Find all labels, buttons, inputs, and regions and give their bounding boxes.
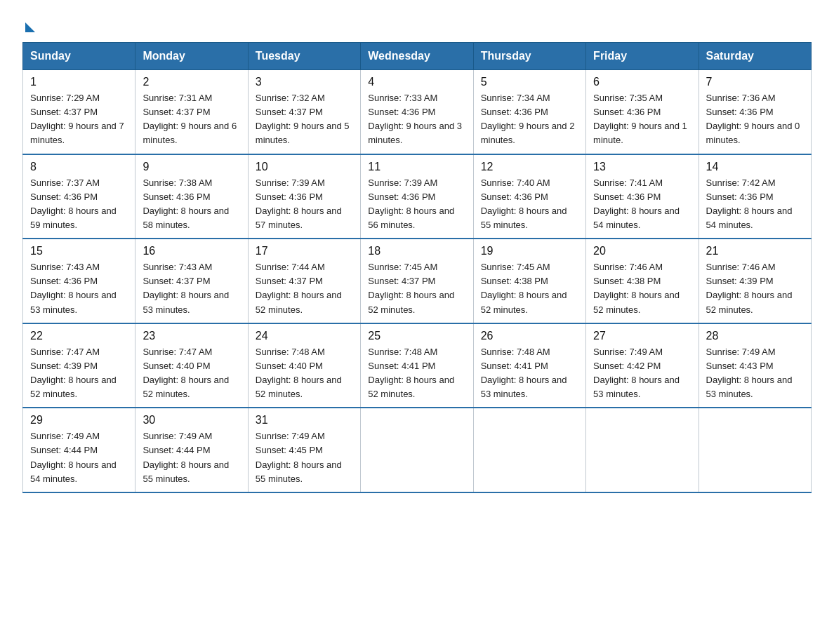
day-info: Sunrise: 7:41 AMSunset: 4:36 PMDaylight:… <box>593 176 691 233</box>
day-info: Sunrise: 7:37 AMSunset: 4:36 PMDaylight:… <box>30 176 128 233</box>
calendar-cell: 22 Sunrise: 7:47 AMSunset: 4:39 PMDaylig… <box>23 323 135 408</box>
day-number: 8 <box>30 161 128 173</box>
column-header-tuesday: Tuesday <box>248 43 360 70</box>
column-header-saturday: Saturday <box>699 43 811 70</box>
calendar-cell: 25 Sunrise: 7:48 AMSunset: 4:41 PMDaylig… <box>361 323 473 408</box>
day-info: Sunrise: 7:46 AMSunset: 4:38 PMDaylight:… <box>593 260 691 317</box>
calendar-header-row: SundayMondayTuesdayWednesdayThursdayFrid… <box>23 43 812 70</box>
calendar-cell: 28 Sunrise: 7:49 AMSunset: 4:43 PMDaylig… <box>699 323 811 408</box>
day-number: 12 <box>481 161 578 173</box>
day-info: Sunrise: 7:48 AMSunset: 4:40 PMDaylight:… <box>256 345 353 402</box>
logo <box>22 17 35 34</box>
calendar-cell: 1 Sunrise: 7:29 AMSunset: 4:37 PMDayligh… <box>23 70 135 154</box>
calendar-cell: 6 Sunrise: 7:35 AMSunset: 4:36 PMDayligh… <box>586 70 699 154</box>
calendar-table: SundayMondayTuesdayWednesdayThursdayFrid… <box>22 42 812 493</box>
day-info: Sunrise: 7:39 AMSunset: 4:36 PMDaylight:… <box>368 176 465 233</box>
day-info: Sunrise: 7:48 AMSunset: 4:41 PMDaylight:… <box>368 345 465 402</box>
day-number: 22 <box>30 330 128 342</box>
day-info: Sunrise: 7:33 AMSunset: 4:36 PMDaylight:… <box>368 91 465 148</box>
calendar-cell: 11 Sunrise: 7:39 AMSunset: 4:36 PMDaylig… <box>361 154 473 239</box>
day-number: 14 <box>706 161 804 173</box>
calendar-cell: 10 Sunrise: 7:39 AMSunset: 4:36 PMDaylig… <box>248 154 360 239</box>
calendar-cell: 3 Sunrise: 7:32 AMSunset: 4:37 PMDayligh… <box>248 70 360 154</box>
day-number: 13 <box>593 161 691 173</box>
day-info: Sunrise: 7:36 AMSunset: 4:36 PMDaylight:… <box>706 91 804 148</box>
calendar-cell: 2 Sunrise: 7:31 AMSunset: 4:37 PMDayligh… <box>135 70 248 154</box>
day-number: 23 <box>143 330 240 342</box>
day-info: Sunrise: 7:47 AMSunset: 4:39 PMDaylight:… <box>30 345 128 402</box>
day-number: 18 <box>368 245 465 257</box>
calendar-cell: 15 Sunrise: 7:43 AMSunset: 4:36 PMDaylig… <box>23 239 135 323</box>
day-info: Sunrise: 7:43 AMSunset: 4:37 PMDaylight:… <box>143 260 240 317</box>
day-number: 17 <box>256 245 353 257</box>
day-info: Sunrise: 7:49 AMSunset: 4:45 PMDaylight:… <box>256 429 353 486</box>
calendar-cell: 4 Sunrise: 7:33 AMSunset: 4:36 PMDayligh… <box>361 70 473 154</box>
day-info: Sunrise: 7:49 AMSunset: 4:44 PMDaylight:… <box>143 429 240 486</box>
day-info: Sunrise: 7:49 AMSunset: 4:44 PMDaylight:… <box>30 429 128 486</box>
day-number: 11 <box>368 161 465 173</box>
calendar-week-row: 15 Sunrise: 7:43 AMSunset: 4:36 PMDaylig… <box>23 239 812 323</box>
calendar-cell: 20 Sunrise: 7:46 AMSunset: 4:38 PMDaylig… <box>586 239 699 323</box>
calendar-cell: 8 Sunrise: 7:37 AMSunset: 4:36 PMDayligh… <box>23 154 135 239</box>
day-info: Sunrise: 7:48 AMSunset: 4:41 PMDaylight:… <box>481 345 578 402</box>
calendar-cell: 17 Sunrise: 7:44 AMSunset: 4:37 PMDaylig… <box>248 239 360 323</box>
calendar-cell: 12 Sunrise: 7:40 AMSunset: 4:36 PMDaylig… <box>473 154 585 239</box>
calendar-cell <box>586 408 699 492</box>
day-info: Sunrise: 7:29 AMSunset: 4:37 PMDaylight:… <box>30 91 128 148</box>
day-number: 15 <box>30 245 128 257</box>
calendar-week-row: 8 Sunrise: 7:37 AMSunset: 4:36 PMDayligh… <box>23 154 812 239</box>
column-header-monday: Monday <box>135 43 248 70</box>
day-info: Sunrise: 7:31 AMSunset: 4:37 PMDaylight:… <box>143 91 240 148</box>
column-header-wednesday: Wednesday <box>361 43 473 70</box>
calendar-cell: 7 Sunrise: 7:36 AMSunset: 4:36 PMDayligh… <box>699 70 811 154</box>
day-info: Sunrise: 7:49 AMSunset: 4:42 PMDaylight:… <box>593 345 691 402</box>
calendar-cell: 13 Sunrise: 7:41 AMSunset: 4:36 PMDaylig… <box>586 154 699 239</box>
day-info: Sunrise: 7:49 AMSunset: 4:43 PMDaylight:… <box>706 345 804 402</box>
day-number: 20 <box>593 245 691 257</box>
day-number: 6 <box>593 76 691 88</box>
day-number: 19 <box>481 245 578 257</box>
calendar-cell: 24 Sunrise: 7:48 AMSunset: 4:40 PMDaylig… <box>248 323 360 408</box>
day-info: Sunrise: 7:34 AMSunset: 4:36 PMDaylight:… <box>481 91 578 148</box>
column-header-thursday: Thursday <box>473 43 585 70</box>
day-number: 24 <box>256 330 353 342</box>
calendar-cell <box>361 408 473 492</box>
day-number: 28 <box>706 330 804 342</box>
day-info: Sunrise: 7:43 AMSunset: 4:36 PMDaylight:… <box>30 260 128 317</box>
day-info: Sunrise: 7:32 AMSunset: 4:37 PMDaylight:… <box>256 91 353 148</box>
day-number: 7 <box>706 76 804 88</box>
calendar-cell <box>473 408 585 492</box>
column-header-friday: Friday <box>586 43 699 70</box>
calendar-cell: 23 Sunrise: 7:47 AMSunset: 4:40 PMDaylig… <box>135 323 248 408</box>
day-info: Sunrise: 7:39 AMSunset: 4:36 PMDaylight:… <box>256 176 353 233</box>
calendar-cell: 30 Sunrise: 7:49 AMSunset: 4:44 PMDaylig… <box>135 408 248 492</box>
day-number: 30 <box>143 414 240 427</box>
calendar-week-row: 22 Sunrise: 7:47 AMSunset: 4:39 PMDaylig… <box>23 323 812 408</box>
day-info: Sunrise: 7:42 AMSunset: 4:36 PMDaylight:… <box>706 176 804 233</box>
calendar-cell: 16 Sunrise: 7:43 AMSunset: 4:37 PMDaylig… <box>135 239 248 323</box>
day-number: 31 <box>256 414 353 427</box>
calendar-cell <box>699 408 811 492</box>
logo-triangle-icon <box>25 22 35 32</box>
calendar-cell: 18 Sunrise: 7:45 AMSunset: 4:37 PMDaylig… <box>361 239 473 323</box>
day-number: 4 <box>368 76 465 88</box>
calendar-cell: 14 Sunrise: 7:42 AMSunset: 4:36 PMDaylig… <box>699 154 811 239</box>
day-number: 5 <box>481 76 578 88</box>
day-number: 16 <box>143 245 240 257</box>
calendar-cell: 21 Sunrise: 7:46 AMSunset: 4:39 PMDaylig… <box>699 239 811 323</box>
calendar-cell: 27 Sunrise: 7:49 AMSunset: 4:42 PMDaylig… <box>586 323 699 408</box>
day-info: Sunrise: 7:44 AMSunset: 4:37 PMDaylight:… <box>256 260 353 317</box>
day-info: Sunrise: 7:35 AMSunset: 4:36 PMDaylight:… <box>593 91 691 148</box>
calendar-cell: 5 Sunrise: 7:34 AMSunset: 4:36 PMDayligh… <box>473 70 585 154</box>
day-number: 26 <box>481 330 578 342</box>
calendar-cell: 31 Sunrise: 7:49 AMSunset: 4:45 PMDaylig… <box>248 408 360 492</box>
day-number: 21 <box>706 245 804 257</box>
day-number: 1 <box>30 76 128 88</box>
day-info: Sunrise: 7:38 AMSunset: 4:36 PMDaylight:… <box>143 176 240 233</box>
day-info: Sunrise: 7:47 AMSunset: 4:40 PMDaylight:… <box>143 345 240 402</box>
calendar-cell: 29 Sunrise: 7:49 AMSunset: 4:44 PMDaylig… <box>23 408 135 492</box>
day-number: 29 <box>30 414 128 427</box>
page-header <box>22 17 812 34</box>
day-info: Sunrise: 7:45 AMSunset: 4:38 PMDaylight:… <box>481 260 578 317</box>
day-info: Sunrise: 7:45 AMSunset: 4:37 PMDaylight:… <box>368 260 465 317</box>
